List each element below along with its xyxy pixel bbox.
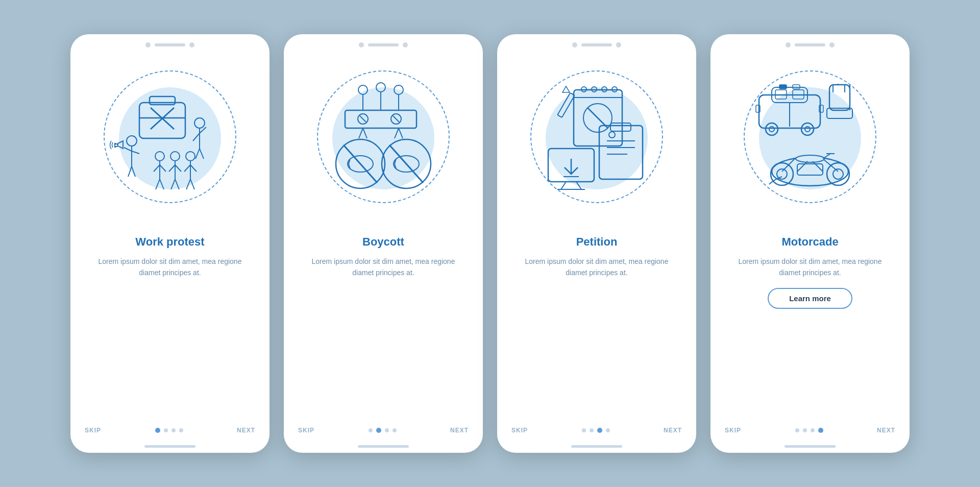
card-title-motorcade: Motorcade: [781, 235, 838, 249]
skip-button-boycott[interactable]: SKIP: [298, 427, 314, 434]
svg-line-32: [184, 165, 190, 172]
dot-2: [164, 428, 168, 432]
dot-b4: [393, 428, 397, 432]
phone-camera-2: [189, 42, 194, 47]
skip-button-motorcade[interactable]: SKIP: [725, 427, 741, 434]
card-title-petition: Petition: [576, 235, 618, 249]
content-area-boycott: Boycott Lorem ipsum dolor sit dim amet, …: [284, 235, 483, 422]
bottom-nav-petition: SKIP NEXT: [497, 422, 696, 443]
svg-line-28: [171, 179, 175, 189]
next-button-work-protest[interactable]: NEXT: [237, 427, 255, 434]
dot-p4: [606, 428, 610, 432]
phone-camera: [145, 42, 151, 47]
svg-rect-65: [557, 93, 575, 117]
home-indicator: [144, 445, 195, 448]
dot-4: [179, 428, 183, 432]
card-title-work-protest: Work protest: [135, 235, 204, 249]
svg-point-24: [170, 152, 180, 161]
svg-rect-67: [599, 126, 643, 179]
phone-speaker-3: [581, 43, 612, 46]
svg-point-72: [609, 132, 615, 138]
phone-speaker-2: [368, 43, 399, 46]
dot-b1: [369, 428, 373, 432]
content-area-petition: Petition Lorem ipsum dolor sit dim amet,…: [497, 235, 696, 422]
svg-line-16: [128, 166, 132, 177]
dots-work-protest: [155, 428, 183, 433]
svg-line-48: [363, 128, 367, 138]
work-protest-icon: [109, 82, 231, 194]
card-description-motorcade: Lorem ipsum dolor sit dim amet, mea regi…: [727, 256, 893, 279]
learn-more-button[interactable]: Learn more: [768, 288, 852, 309]
svg-line-17: [132, 166, 135, 177]
dot-m3: [811, 428, 815, 432]
phone-camera-5: [572, 42, 577, 47]
svg-line-23: [160, 179, 164, 189]
svg-line-7: [193, 133, 200, 141]
svg-rect-68: [610, 123, 631, 131]
svg-point-108: [827, 163, 849, 185]
svg-point-38: [394, 85, 403, 94]
bottom-nav-boycott: SKIP NEXT: [284, 422, 483, 443]
dots-boycott: [369, 428, 397, 433]
next-button-petition[interactable]: NEXT: [664, 427, 682, 434]
svg-rect-0: [139, 103, 185, 138]
dots-petition: [582, 428, 610, 433]
svg-point-30: [186, 152, 195, 161]
phone-camera-3: [359, 42, 364, 47]
dot-m2: [803, 428, 807, 432]
home-indicator-2: [358, 445, 409, 448]
next-button-motorcade[interactable]: NEXT: [877, 427, 895, 434]
svg-line-75: [576, 182, 581, 189]
phone-camera-7: [786, 42, 791, 47]
svg-marker-14: [118, 141, 123, 149]
illustration-area-motorcade: [710, 52, 910, 235]
card-description-boycott: Lorem ipsum dolor sit dim amet, mea regi…: [300, 256, 467, 279]
content-area-work-protest: Work protest Lorem ipsum dolor sit dim a…: [70, 235, 270, 422]
skip-button-work-protest[interactable]: SKIP: [85, 427, 101, 434]
card-title-boycott: Boycott: [362, 235, 404, 249]
content-area-motorcade: Motorcade Lorem ipsum dolor sit dim amet…: [710, 235, 910, 422]
svg-line-13: [124, 148, 132, 151]
svg-point-95: [805, 127, 810, 132]
phone-card-motorcade: Motorcade Lorem ipsum dolor sit dim amet…: [710, 34, 910, 453]
svg-line-49: [395, 128, 399, 138]
next-button-boycott[interactable]: NEXT: [450, 427, 469, 434]
boycott-icon: [317, 80, 450, 197]
svg-line-21: [160, 165, 166, 172]
svg-rect-105: [797, 164, 823, 175]
svg-line-35: [190, 179, 194, 189]
svg-rect-2: [150, 96, 175, 105]
svg-point-5: [194, 118, 205, 128]
svg-rect-89: [779, 85, 787, 89]
phone-top-bar: [70, 34, 270, 52]
svg-point-36: [358, 85, 368, 94]
svg-line-110: [797, 161, 807, 172]
svg-line-20: [154, 165, 160, 172]
phone-top-bar-2: [284, 34, 483, 52]
dot-3: [172, 428, 176, 432]
svg-line-34: [186, 179, 190, 189]
illustration-area-work-protest: [70, 52, 270, 235]
svg-point-94: [801, 123, 814, 135]
svg-line-74: [561, 182, 566, 189]
svg-line-15: [132, 151, 139, 154]
dot-p1: [582, 428, 586, 432]
motorcade-icon: [744, 80, 876, 197]
svg-line-47: [359, 128, 363, 138]
svg-line-33: [190, 165, 197, 172]
card-description-work-protest: Lorem ipsum dolor sit dim amet, mea regi…: [87, 256, 253, 279]
phone-speaker-4: [795, 43, 825, 46]
svg-line-27: [175, 165, 181, 172]
skip-button-petition[interactable]: SKIP: [511, 427, 528, 434]
dot-b3: [385, 428, 389, 432]
home-indicator-4: [785, 445, 836, 448]
dot-m1: [795, 428, 799, 432]
dot-m4: [818, 428, 823, 433]
svg-point-18: [155, 152, 164, 161]
phone-top-bar-3: [497, 34, 696, 52]
phone-card-work-protest: Work protest Lorem ipsum dolor sit dim a…: [70, 34, 270, 453]
phone-camera-8: [829, 42, 835, 47]
screens-container: Work protest Lorem ipsum dolor sit dim a…: [50, 14, 930, 473]
svg-point-92: [766, 123, 778, 135]
dot-p3: [597, 428, 602, 433]
